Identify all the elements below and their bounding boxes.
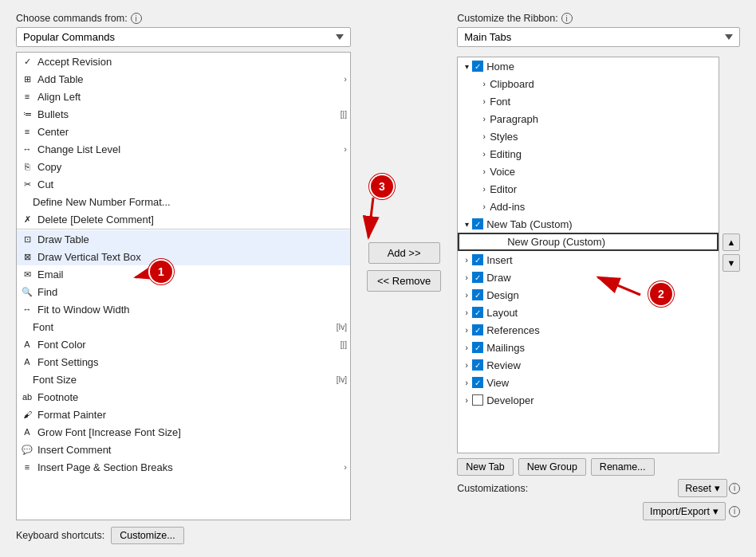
item-badge: [Iv] (337, 375, 347, 384)
new-group-tree-item[interactable]: New Group (Custom) (458, 233, 719, 251)
tree-item[interactable]: ›Layout (458, 304, 719, 321)
choose-commands-info-icon[interactable]: i (131, 13, 142, 24)
reset-button[interactable]: Reset ▾ (678, 479, 727, 497)
keyboard-shortcuts: Keyboard shortcuts: Customize... (16, 527, 184, 544)
list-item[interactable]: ≡Insert Page & Section Breaks› (17, 458, 350, 476)
tree-chevron-icon: › (461, 307, 472, 318)
list-item[interactable]: ≡Align Left (17, 88, 350, 105)
tree-item[interactable]: ›Font (458, 92, 719, 110)
commands-dropdown[interactable]: Popular Commands (16, 27, 351, 47)
customize-ribbon-info-icon[interactable]: i (561, 13, 573, 24)
list-item[interactable]: ↔Change List Level› (17, 140, 350, 158)
import-export-chevron-icon: ▾ (713, 505, 719, 517)
tree-checkbox[interactable] (472, 342, 483, 353)
list-item[interactable]: ⊡Draw Table (17, 230, 350, 248)
command-icon: ✂ (20, 177, 34, 191)
reset-chevron-icon: ▾ (715, 482, 720, 494)
import-export-info-icon[interactable]: i (729, 506, 740, 517)
list-item[interactable]: ⊞Add Table› (17, 70, 350, 88)
tree-item[interactable]: ›Editing (458, 145, 719, 163)
tree-item-label: Styles (490, 131, 518, 143)
tree-checkbox[interactable] (472, 377, 483, 388)
tree-item[interactable]: ›Design (458, 286, 719, 304)
list-item[interactable]: ↔Fit to Window Width (17, 300, 350, 318)
tree-checkbox[interactable] (472, 394, 483, 406)
command-icon: ↔ (20, 142, 34, 156)
move-up-button[interactable]: ▲ (723, 233, 740, 251)
tree-item-label: Paragraph (490, 113, 538, 125)
list-item[interactable]: ⊠Draw Vertical Text Box (17, 248, 350, 265)
tree-item[interactable]: ›Editor (458, 180, 719, 198)
command-label: Add Table (37, 73, 84, 85)
tree-checkbox[interactable] (472, 272, 483, 283)
reset-info-icon[interactable]: i (729, 483, 740, 494)
new-group-button[interactable]: New Group (518, 458, 586, 476)
tree-item-label: Mailings (486, 342, 525, 354)
add-button[interactable]: Add >> (368, 242, 440, 264)
tree-chevron-icon: › (461, 254, 472, 265)
tree-item[interactable]: ›Add-ins (458, 198, 719, 215)
ribbon-dropdown[interactable]: Main Tabs (457, 27, 740, 47)
tree-checkbox[interactable] (472, 324, 483, 335)
tree-item[interactable]: ›References (458, 321, 719, 339)
command-label: Font Settings (37, 356, 99, 368)
tree-checkbox[interactable] (472, 218, 483, 229)
tree-item[interactable]: ›Clipboard (458, 75, 719, 92)
tree-checkbox[interactable] (472, 359, 483, 371)
tree-item[interactable]: ›Paragraph (458, 110, 719, 127)
command-icon: ⊡ (20, 232, 34, 246)
list-item[interactable]: ⎘Copy (17, 158, 350, 175)
list-item[interactable]: Font[Iv] (17, 318, 350, 335)
list-item[interactable]: abFootnote (17, 388, 350, 406)
tree-item[interactable]: ›Review (458, 356, 719, 374)
list-item[interactable]: AFont Settings (17, 353, 350, 371)
remove-button[interactable]: << Remove (367, 270, 441, 292)
command-label: Copy (37, 161, 61, 173)
tree-item[interactable]: ›Developer (458, 391, 719, 409)
list-item[interactable]: ✗Delete [Delete Comment] (17, 210, 350, 228)
command-label: Font Color (37, 339, 86, 351)
list-item[interactable]: 🔍Find (17, 283, 350, 300)
tree-chevron-icon: › (461, 342, 472, 353)
list-item[interactable]: ✂Cut (17, 175, 350, 193)
tree-item[interactable]: ›Styles (458, 127, 719, 145)
tree-chevron-icon: › (478, 96, 490, 107)
list-item[interactable]: ✉Email (17, 265, 350, 283)
list-item[interactable]: ≔Bullets[|] (17, 105, 350, 123)
tree-item[interactable]: ›View (458, 374, 719, 391)
list-item[interactable]: ✓Accept Revision (17, 53, 350, 70)
tree-item[interactable]: ›Insert (458, 251, 719, 269)
command-icon: ⎘ (20, 159, 34, 174)
tree-item[interactable]: ▾Home (458, 57, 719, 75)
tree-item[interactable]: ›Draw (458, 269, 719, 286)
move-down-button[interactable]: ▼ (723, 254, 740, 272)
new-tab-button[interactable]: New Tab (457, 458, 513, 476)
tree-item-label: Design (486, 289, 518, 301)
tree-checkbox[interactable] (472, 307, 483, 318)
command-icon: ≡ (20, 460, 34, 474)
tree-item-label: New Group (Custom) (507, 236, 605, 248)
rename-button[interactable]: Rename... (591, 458, 655, 476)
tree-checkbox[interactable] (472, 61, 483, 72)
ribbon-tree-scroll[interactable]: ▾Home›Clipboard›Font›Paragraph›Styles›Ed… (458, 57, 719, 453)
tree-item[interactable]: ▾New Tab (Custom) (458, 215, 719, 233)
list-item[interactable]: AFont Color[|] (17, 335, 350, 353)
command-icon: ✉ (20, 267, 34, 281)
list-item[interactable]: ≡Center (17, 123, 350, 140)
customize-shortcuts-button[interactable]: Customize... (111, 527, 183, 544)
command-label: Email (37, 269, 64, 280)
list-item[interactable]: 🖌Format Painter (17, 406, 350, 423)
command-label: Draw Table (37, 233, 89, 245)
tree-checkbox[interactable] (472, 254, 483, 265)
list-item[interactable]: 💬Insert Comment (17, 441, 350, 458)
tree-checkbox[interactable] (472, 289, 483, 300)
command-label: Delete [Delete Comment] (37, 214, 154, 226)
list-item[interactable]: AGrow Font [Increase Font Size] (17, 423, 350, 441)
tree-item[interactable]: ›Voice (458, 163, 719, 180)
list-item[interactable]: Font Size[Iv] (17, 371, 350, 388)
tree-item[interactable]: ›Mailings (458, 339, 719, 356)
choose-commands-label: Choose commands from: i (16, 13, 351, 24)
commands-list-scroll[interactable]: ✓Accept Revision⊞Add Table›≡Align Left≔B… (17, 53, 350, 520)
list-item[interactable]: Define New Number Format... (17, 193, 350, 210)
import-export-button[interactable]: Import/Export ▾ (643, 502, 726, 520)
